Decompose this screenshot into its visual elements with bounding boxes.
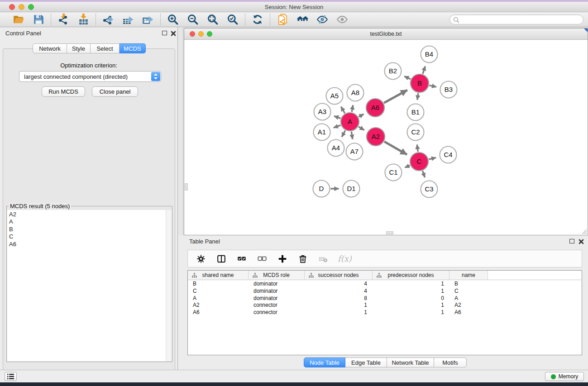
graph-node-A6[interactable]: A6 — [366, 99, 384, 117]
network-canvas[interactable]: B4B2BB3A5A8A6B1A3AC2A1A2A4A7C4CC1C3DD1 — [184, 40, 588, 235]
mcds-result-item[interactable]: A — [9, 218, 172, 225]
graph-node-D[interactable]: D — [313, 181, 330, 197]
network-graph[interactable]: B4B2BB3A5A8A6B1A3AC2A1A2A4A7C4CC1C3DD1 — [184, 40, 588, 235]
tab-edge-table[interactable]: Edge Table — [345, 357, 387, 367]
search-box[interactable] — [449, 14, 583, 24]
table-row[interactable]: A2connector11A2 — [188, 301, 582, 309]
edge-C-C4[interactable] — [429, 157, 436, 159]
float-panel-icon[interactable] — [162, 31, 167, 35]
graph-node-A3[interactable]: A3 — [314, 104, 331, 120]
show-columns-icon[interactable] — [215, 253, 227, 265]
memory-button[interactable]: Memory — [545, 372, 584, 381]
column-header-name[interactable]: name — [449, 271, 488, 280]
edge-A-A1[interactable] — [334, 125, 341, 128]
edge-A-A7[interactable] — [351, 132, 353, 139]
optimization-select[interactable]: largest connected component (directed) — [19, 71, 161, 82]
search-input[interactable] — [462, 15, 579, 24]
tab-style[interactable]: Style — [67, 43, 91, 53]
show-eye-icon[interactable] — [336, 13, 349, 26]
export-table-icon[interactable] — [122, 13, 134, 26]
zoom-out-icon[interactable] — [186, 13, 199, 26]
edge-A-A3[interactable] — [334, 116, 340, 118]
mcds-result-item[interactable]: A6 — [9, 241, 172, 248]
graph-node-B2[interactable]: B2 — [385, 63, 402, 80]
graph-node-B1[interactable]: B1 — [407, 104, 424, 121]
edge-A-A5[interactable] — [341, 107, 345, 113]
graph-node-A5[interactable]: A5 — [326, 88, 343, 105]
graph-node-A4[interactable]: A4 — [328, 140, 344, 157]
first-network-view-icon[interactable] — [276, 13, 289, 26]
zoom-in-icon[interactable] — [167, 13, 179, 26]
graph-node-C3[interactable]: C3 — [421, 181, 438, 198]
export-network-icon[interactable] — [102, 13, 115, 26]
edge-C-C2[interactable] — [417, 144, 418, 152]
edge-A-A6[interactable] — [359, 114, 363, 117]
graph-node-C4[interactable]: C4 — [440, 147, 457, 163]
graph-node-A2[interactable]: A2 — [367, 128, 385, 146]
select-all-columns-icon[interactable] — [236, 253, 248, 265]
unselect-all-columns-icon[interactable] — [256, 253, 268, 265]
table-row[interactable]: Bdominator41B — [188, 280, 582, 287]
tab-network[interactable]: Network — [33, 43, 67, 53]
tab-mcds[interactable]: MCDS — [120, 43, 146, 53]
edge-A-A4[interactable] — [342, 130, 345, 137]
graph-node-B4[interactable]: B4 — [421, 46, 438, 63]
graph-node-A1[interactable]: A1 — [314, 124, 330, 141]
resize-grip-icon[interactable] — [581, 228, 587, 234]
edge-A2-C[interactable] — [384, 142, 407, 155]
home-layout-icon[interactable] — [296, 13, 309, 26]
export-image-icon[interactable] — [142, 13, 154, 26]
edge-B-B2[interactable] — [404, 76, 411, 79]
zoom-selected-icon[interactable] — [226, 13, 239, 26]
node-table[interactable]: shared name MCDS role successor nodes pr… — [187, 270, 582, 355]
table-settings-gear-icon[interactable] — [195, 253, 207, 265]
add-column-icon[interactable] — [277, 253, 288, 265]
tab-network-table[interactable]: Network Table — [387, 357, 434, 367]
table-row[interactable]: Adominator80A — [188, 295, 582, 302]
mcds-result-item[interactable]: B — [9, 226, 172, 233]
edge-B-B4[interactable] — [423, 66, 425, 74]
open-session-icon[interactable] — [12, 13, 25, 26]
network-window-titlebar[interactable]: testGlobe.txt — [184, 29, 588, 40]
edge-B-B1[interactable] — [417, 93, 418, 100]
delete-column-icon[interactable] — [297, 253, 309, 265]
column-header-shared-name[interactable]: shared name — [188, 271, 249, 280]
graph-node-A8[interactable]: A8 — [347, 85, 364, 101]
edge-C-C3[interactable] — [422, 171, 425, 177]
table-row[interactable]: Cdominator41C — [188, 287, 582, 295]
save-session-icon[interactable] — [32, 13, 45, 26]
column-header-MCDS-role[interactable]: MCDS role — [249, 271, 305, 280]
graph-node-A7[interactable]: A7 — [346, 143, 363, 160]
column-header-predecessor-nodes[interactable]: predecessor nodes — [373, 271, 449, 280]
edge-C-C1[interactable] — [405, 166, 410, 168]
edge-B-B3[interactable] — [429, 86, 436, 87]
column-header-successor-nodes[interactable]: successor nodes — [305, 271, 373, 280]
task-history-button[interactable] — [5, 372, 17, 381]
refresh-view-icon[interactable] — [251, 13, 264, 26]
graph-node-A[interactable]: A — [341, 113, 359, 131]
zoom-fit-icon[interactable] — [206, 13, 219, 26]
edge-A-A2[interactable] — [359, 127, 364, 130]
graph-node-C2[interactable]: C2 — [407, 124, 424, 141]
table-float-panel-icon[interactable] — [569, 239, 574, 243]
left-scroll-grip[interactable] — [185, 183, 188, 191]
mcds-result-item[interactable]: A2 — [9, 211, 172, 218]
edge-A-A8[interactable] — [352, 105, 353, 112]
close-panel-icon[interactable] — [171, 30, 176, 35]
tab-select[interactable]: Select — [91, 43, 120, 53]
graph-node-B[interactable]: B — [411, 74, 429, 92]
bottom-scroll-grip[interactable] — [386, 231, 393, 234]
graph-node-B3[interactable]: B3 — [440, 81, 457, 98]
mcds-result-scrollbar[interactable] — [166, 210, 172, 361]
import-table-icon[interactable] — [77, 13, 90, 26]
tab-motifs[interactable]: Motifs — [434, 357, 467, 367]
edge-A6-B[interactable] — [384, 90, 407, 103]
graph-node-C[interactable]: C — [410, 152, 428, 171]
table-row[interactable]: A6connector11A6 — [188, 309, 582, 316]
mcds-result-item[interactable]: C — [9, 233, 172, 240]
tab-node-table[interactable]: Node Table — [304, 357, 345, 367]
close-panel-button[interactable]: Close panel — [92, 86, 138, 97]
graph-node-C1[interactable]: C1 — [385, 164, 402, 181]
table-close-panel-icon[interactable] — [578, 238, 584, 243]
mcds-result-list[interactable]: A2ABCA6 — [7, 210, 172, 361]
